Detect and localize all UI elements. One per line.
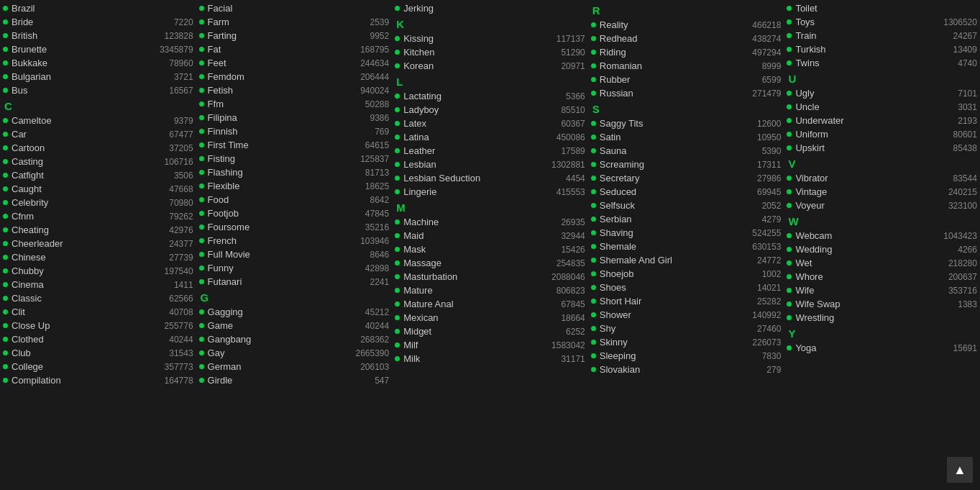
category-name[interactable]: Sauna — [600, 145, 743, 156]
category-name[interactable]: Short Hair — [600, 296, 743, 307]
category-name[interactable]: Bukkake — [12, 58, 155, 68]
category-name[interactable]: Latina — [403, 132, 546, 142]
category-name[interactable]: Milf — [403, 340, 546, 350]
category-name[interactable]: Masturbation — [403, 271, 546, 282]
category-name[interactable]: Gangbang — [208, 334, 351, 345]
category-name[interactable]: Wet — [795, 258, 938, 268]
category-name[interactable]: Finnish — [208, 126, 351, 137]
category-name[interactable]: Kissing — [403, 33, 546, 44]
category-name[interactable]: Foursome — [208, 222, 351, 232]
category-name[interactable]: Toys — [795, 17, 938, 27]
category-name[interactable]: Uniform — [795, 129, 938, 140]
category-name[interactable]: Selfsuck — [600, 200, 743, 211]
category-name[interactable]: Casting — [12, 156, 155, 167]
category-name[interactable]: Mature Anal — [403, 299, 546, 309]
category-name[interactable]: First Time — [208, 140, 351, 150]
category-name[interactable]: Mask — [403, 244, 546, 255]
category-name[interactable]: Compilation — [12, 375, 155, 386]
category-name[interactable]: Shy — [600, 323, 743, 334]
category-name[interactable]: Yoga — [795, 342, 938, 353]
category-name[interactable]: Brazil — [12, 3, 155, 14]
category-name[interactable]: German — [208, 361, 351, 372]
category-name[interactable]: Gagging — [208, 307, 351, 317]
category-name[interactable]: Voyeur — [795, 200, 938, 211]
category-name[interactable]: Vintage — [795, 186, 938, 197]
category-name[interactable]: Cartoon — [12, 142, 155, 153]
category-name[interactable]: Machine — [403, 217, 546, 227]
category-name[interactable]: Classic — [12, 293, 155, 304]
category-name[interactable]: Shaving — [600, 227, 743, 238]
category-name[interactable]: Shemale And Girl — [600, 255, 743, 266]
category-name[interactable]: Jerking — [403, 3, 546, 14]
category-name[interactable]: Riding — [600, 47, 743, 58]
category-name[interactable]: Milk — [403, 353, 546, 364]
category-name[interactable]: Food — [208, 194, 351, 205]
category-name[interactable]: Mexican — [403, 312, 546, 323]
category-name[interactable]: Gay — [208, 348, 351, 358]
category-name[interactable]: Shoejob — [600, 268, 743, 279]
category-name[interactable]: Kitchen — [403, 47, 546, 58]
category-name[interactable]: Femdom — [208, 71, 351, 82]
category-name[interactable]: Maid — [403, 230, 546, 241]
category-name[interactable]: Cfnm — [12, 211, 155, 222]
category-name[interactable]: Korean — [403, 60, 546, 71]
category-name[interactable]: Romanian — [600, 60, 743, 71]
category-name[interactable]: Secretary — [600, 173, 743, 183]
category-name[interactable]: Cameltoe — [12, 115, 155, 126]
category-name[interactable]: Reality — [600, 19, 743, 30]
category-name[interactable]: British — [12, 30, 155, 41]
category-name[interactable]: Wrestling — [795, 312, 938, 323]
category-name[interactable]: Club — [12, 348, 155, 358]
category-name[interactable]: Cheerleader — [12, 238, 155, 249]
category-name[interactable]: Ladyboy — [403, 104, 546, 115]
category-name[interactable]: Sleeping — [600, 350, 743, 361]
category-name[interactable]: Full Movie — [208, 249, 351, 260]
category-name[interactable]: Redhead — [600, 33, 743, 44]
category-name[interactable]: Upskirt — [795, 142, 938, 153]
category-name[interactable]: Celebrity — [12, 197, 155, 208]
category-name[interactable]: Girdle — [208, 375, 351, 386]
category-name[interactable]: Chinese — [12, 252, 155, 263]
category-name[interactable]: Bulgarian — [12, 71, 155, 82]
back-to-top-button[interactable]: ▲ — [947, 457, 973, 483]
category-name[interactable]: Toilet — [795, 3, 938, 14]
category-name[interactable]: Shemale — [600, 241, 743, 252]
category-name[interactable]: Seduced — [600, 186, 743, 197]
category-name[interactable]: Lactating — [403, 91, 546, 101]
category-name[interactable]: Fetish — [208, 85, 351, 96]
category-name[interactable]: Train — [795, 30, 938, 41]
category-name[interactable]: Car — [12, 129, 155, 140]
category-name[interactable]: Rubber — [600, 74, 743, 85]
category-name[interactable]: Whore — [795, 271, 938, 282]
category-name[interactable]: Ugly — [795, 88, 938, 99]
category-name[interactable]: Cheating — [12, 224, 155, 235]
category-name[interactable]: Midget — [403, 326, 546, 337]
category-name[interactable]: Wedding — [795, 244, 938, 255]
category-name[interactable]: Farm — [208, 17, 351, 27]
category-name[interactable]: Slovakian — [600, 364, 743, 375]
category-name[interactable]: Brunette — [12, 44, 155, 55]
category-name[interactable]: Clothed — [12, 334, 155, 345]
category-name[interactable]: Ffm — [208, 99, 351, 109]
category-name[interactable]: Russian — [600, 88, 743, 99]
category-name[interactable]: Twins — [795, 58, 938, 68]
category-name[interactable]: Mature — [403, 285, 546, 296]
category-name[interactable]: Fisting — [208, 153, 351, 164]
category-name[interactable]: Skinny — [600, 337, 743, 348]
category-name[interactable]: Shower — [600, 309, 743, 320]
category-name[interactable]: Satin — [600, 132, 743, 142]
category-name[interactable]: Facial — [208, 3, 351, 14]
category-name[interactable]: Vibrator — [795, 173, 938, 183]
category-name[interactable]: Webcam — [795, 230, 938, 241]
category-name[interactable]: Underwater — [795, 115, 938, 126]
category-name[interactable]: Catfight — [12, 170, 155, 181]
category-name[interactable]: Wife — [795, 285, 938, 296]
category-name[interactable]: Fat — [208, 44, 351, 55]
category-name[interactable]: Feet — [208, 58, 351, 68]
category-name[interactable]: Wife Swap — [795, 299, 938, 309]
category-name[interactable]: Funny — [208, 263, 351, 273]
category-name[interactable]: Game — [208, 320, 351, 331]
category-name[interactable]: Bus — [12, 85, 155, 96]
category-name[interactable]: Uncle — [795, 101, 938, 112]
category-name[interactable]: Lesbian — [403, 159, 546, 170]
